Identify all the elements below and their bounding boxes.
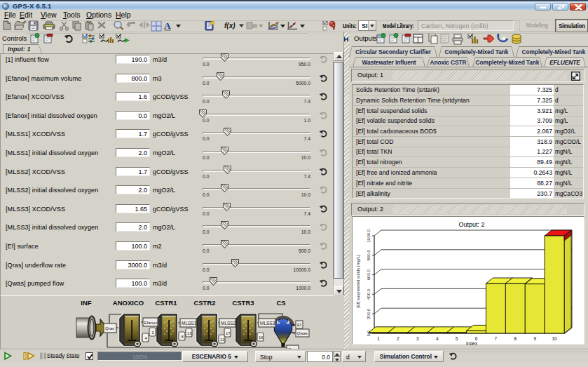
svg-text:7: 7	[495, 336, 498, 341]
svg-text:9: 9	[533, 336, 536, 341]
svg-text:Qras: Qras	[105, 326, 114, 331]
svg-text:13: 13	[187, 331, 192, 335]
svg-text:8: 8	[514, 336, 517, 341]
svg-text:200.0: 200.0	[366, 308, 371, 319]
svg-text:17: 17	[226, 331, 231, 335]
svg-text:400.0: 400.0	[366, 288, 371, 300]
svg-text:MLSS2: MLSS2	[221, 321, 236, 326]
svg-text:16: 16	[259, 335, 264, 340]
svg-text:600.0: 600.0	[366, 269, 371, 280]
svg-text:Index: Index	[466, 341, 478, 346]
svg-text:Efanox: Efanox	[144, 321, 158, 325]
svg-text:Qwas: Qwas	[297, 331, 308, 335]
svg-text:10: 10	[552, 336, 557, 341]
svg-text:A: A	[164, 20, 171, 31]
svg-text:Output: 2: Output: 2	[458, 221, 484, 228]
svg-text:Ef: Ef	[297, 323, 301, 327]
svg-text:1: 1	[377, 336, 380, 341]
svg-text:f(x): f(x)	[224, 22, 235, 29]
svg-text:3: 3	[416, 336, 419, 341]
svg-text:2: 2	[397, 336, 399, 341]
svg-text:4: 4	[436, 336, 439, 341]
svg-text:[Ef] suspended solids [mg/L]: [Ef] suspended solids [mg/L]	[356, 255, 360, 308]
svg-text:MLSS3: MLSS3	[260, 321, 275, 326]
svg-text:12: 12	[220, 338, 225, 342]
svg-text:1000.0: 1000.0	[366, 229, 371, 242]
svg-text:800.0: 800.0	[366, 249, 371, 260]
svg-text:5: 5	[456, 336, 458, 341]
svg-text:MLSS1: MLSS1	[182, 321, 197, 326]
